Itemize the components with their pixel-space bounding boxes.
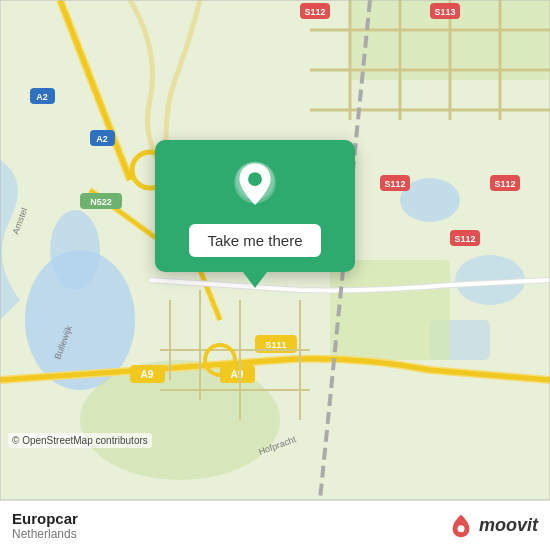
svg-point-2 [50, 210, 100, 290]
location-country: Netherlands [12, 527, 78, 541]
take-me-there-button[interactable]: Take me there [189, 224, 320, 257]
svg-text:S112: S112 [304, 7, 325, 17]
svg-text:A2: A2 [96, 134, 108, 144]
location-info: Europcar Netherlands [12, 510, 78, 541]
svg-point-53 [457, 525, 464, 532]
location-pin-icon [229, 160, 281, 212]
moovit-text: moovit [479, 515, 538, 536]
svg-text:N522: N522 [90, 197, 112, 207]
map-container: A9 A9 S111 N522 S112 S113 S112 S112 A2 A… [0, 0, 550, 500]
moovit-logo: moovit [447, 512, 538, 540]
moovit-icon [447, 512, 475, 540]
svg-text:S113: S113 [434, 7, 455, 17]
svg-text:A2: A2 [36, 92, 48, 102]
location-name: Europcar [12, 510, 78, 527]
svg-text:S112: S112 [494, 179, 515, 189]
svg-text:S112: S112 [454, 234, 475, 244]
osm-credit: © OpenStreetMap contributors [8, 433, 152, 448]
svg-rect-6 [330, 260, 450, 360]
svg-text:A9: A9 [141, 369, 154, 380]
bottom-bar: Europcar Netherlands moovit [0, 500, 550, 550]
svg-text:S112: S112 [384, 179, 405, 189]
svg-text:S111: S111 [265, 340, 286, 350]
popup-card: Take me there [155, 140, 355, 272]
svg-point-52 [248, 172, 262, 186]
